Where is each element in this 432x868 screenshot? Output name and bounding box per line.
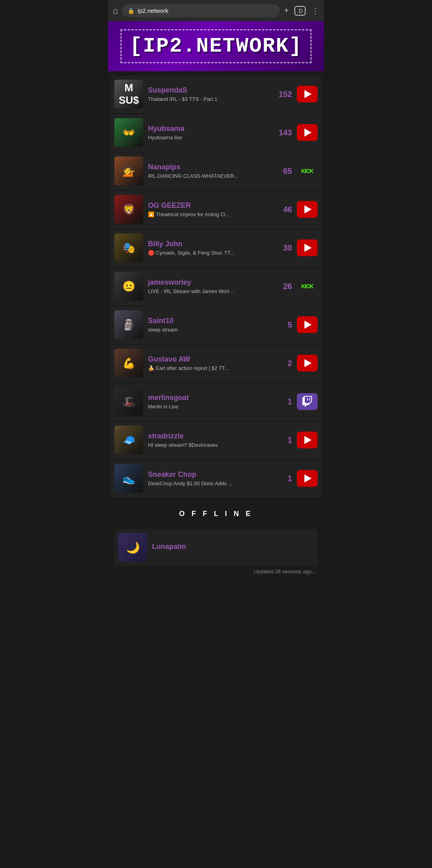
platform-badge-gustavo — [297, 355, 318, 372]
avatar-nanapips: 💁 — [114, 157, 143, 185]
avatar-lunapalm: 🌙 — [118, 533, 147, 562]
avatar-suspendas: M SU$ — [114, 80, 143, 108]
avatar-merlin: 🎩 — [114, 387, 143, 416]
browser-chrome: ⌂ 🔒 ip2.network + :D ⋮ — [108, 0, 324, 21]
platform-badge-jamesworley: KICK — [297, 278, 318, 295]
stream-title-jamesworley: LIVE : IRL Stream with James Worl... — [148, 288, 273, 294]
stream-title-merlin: Merlin is Live — [148, 404, 273, 410]
stream-name-suspendas: SuspendaS — [148, 86, 273, 94]
platform-badge-saint10 — [297, 316, 318, 333]
stream-viewers-jamesworley: 26 — [278, 282, 292, 291]
avatar-billyjohn: 🎭 — [114, 233, 143, 262]
stream-item-jamesworley[interactable]: 😐jamesworleyLIVE : IRL Stream with James… — [110, 268, 322, 305]
stream-info-sneaker: Sneaker ChopDeskChop Andy $1.00 Dono Add… — [148, 470, 273, 486]
stream-name-gustavo: Gustavo AW — [148, 355, 273, 364]
stream-name-sneaker: Sneaker Chop — [148, 470, 273, 479]
stream-viewers-saint10: 5 — [278, 320, 292, 330]
stream-title-billyjohn: 🔴 Cymatix, Sigils, & Feng Shui. TT... — [148, 250, 273, 256]
new-tab-button[interactable]: + — [284, 6, 289, 15]
offline-section: O F F L I N E — [108, 502, 324, 526]
platform-badge-xtradrizzle — [297, 432, 318, 448]
platform-badge-suspendas — [297, 86, 318, 102]
youtube-play-icon — [304, 321, 312, 329]
stream-viewers-oggeezer: 46 — [278, 205, 292, 214]
menu-button[interactable]: ⋮ — [311, 6, 319, 16]
offline-label: O F F L I N E — [179, 510, 253, 518]
stream-title-xtradrizzle: HI sleep stream? $Devinraves — [148, 442, 273, 448]
stream-viewers-suspendas: 152 — [278, 90, 292, 99]
avatar-sneaker: 👟 — [114, 464, 143, 493]
stream-info-jamesworley: jamesworleyLIVE : IRL Stream with James … — [148, 278, 273, 294]
stream-info-suspendas: SuspendaSThailand IRL - $3 TTS - Part 1 — [148, 86, 273, 102]
stream-item-gustavo[interactable]: 💪Gustavo AW🍌 Earl after action report | … — [110, 345, 322, 382]
platform-badge-hyubsama — [297, 124, 318, 141]
youtube-play-icon — [304, 244, 312, 252]
stream-info-nanapips: NanapipsIRL-DANCING CLASS-WHATAEVER... — [148, 163, 273, 179]
stream-info-billyjohn: Billy John🔴 Cymatix, Sigils, & Feng Shui… — [148, 240, 273, 256]
address-bar[interactable]: 🔒 ip2.network — [122, 4, 280, 17]
stream-title-gustavo: 🍌 Earl after action report | $2 TT... — [148, 365, 273, 371]
stream-item-merlin[interactable]: 🎩merlinsgoatMerlin is Live1 — [110, 383, 322, 420]
avatar-xtradrizzle: 🧢 — [114, 426, 143, 454]
avatar-gustavo: 💪 — [114, 349, 143, 378]
avatar-oggeezer: 🦁 — [114, 195, 143, 224]
stream-info-hyubsama: HyubsamaHyubsama live — [148, 125, 273, 141]
offline-stream-item[interactable]: 🌙 Lunapalm — [114, 529, 318, 566]
stream-title-sneaker: DeskChop Andy $1.00 Dono Adds ... — [148, 480, 273, 486]
stream-name-nanapips: Nanapips — [148, 163, 273, 171]
stream-info-merlin: merlinsgoatMerlin is Live — [148, 394, 273, 410]
stream-viewers-billyjohn: 30 — [278, 243, 292, 253]
browser-actions: + :D ⋮ — [284, 6, 319, 16]
avatar-jamesworley: 😐 — [114, 272, 143, 301]
stream-info-saint10: Saint10sleep stream — [148, 317, 273, 333]
stream-item-oggeezer[interactable]: 🦁OG GEEZER🔼 Theatrical Improv for Acting… — [110, 191, 322, 228]
avatar-saint10: 🗿 — [114, 310, 143, 339]
stream-item-saint10[interactable]: 🗿Saint10sleep stream5 — [110, 306, 322, 344]
stream-list: M SU$SuspendaSThailand IRL - $3 TTS - Pa… — [108, 71, 324, 502]
stream-info-gustavo: Gustavo AW🍌 Earl after action report | $… — [148, 355, 273, 371]
stream-name-xtradrizzle: xtradrizzle — [148, 432, 273, 440]
stream-name-merlin: merlinsgoat — [148, 394, 273, 402]
platform-badge-billyjohn — [297, 239, 318, 256]
stream-item-billyjohn[interactable]: 🎭Billy John🔴 Cymatix, Sigils, & Feng Shu… — [110, 229, 322, 267]
youtube-play-icon — [304, 359, 312, 367]
banner-title: [IP2.NETWORK] — [120, 29, 312, 63]
youtube-play-icon — [304, 129, 312, 137]
stream-info-lunapalm: Lunapalm — [152, 542, 314, 553]
platform-badge-oggeezer — [297, 201, 318, 218]
home-icon[interactable]: ⌂ — [113, 6, 118, 16]
emoji-button[interactable]: :D — [294, 6, 306, 16]
stream-name-lunapalm: Lunapalm — [152, 542, 314, 551]
youtube-play-icon — [304, 436, 312, 444]
stream-title-nanapips: IRL-DANCING CLASS-WHATAEVER... — [148, 173, 273, 179]
stream-name-jamesworley: jamesworley — [148, 278, 273, 287]
stream-item-nanapips[interactable]: 💁NanapipsIRL-DANCING CLASS-WHATAEVER...6… — [110, 153, 322, 190]
youtube-play-icon — [304, 90, 312, 98]
stream-name-billyjohn: Billy John — [148, 240, 273, 248]
stream-title-suspendas: Thailand IRL - $3 TTS - Part 1 — [148, 96, 273, 102]
address-text: ip2.network — [138, 7, 168, 14]
footer-bar: 🌙 Lunapalm Updated 26 seconds ago... — [108, 526, 324, 578]
stream-viewers-hyubsama: 143 — [278, 128, 292, 137]
platform-badge-merlin — [297, 393, 318, 410]
stream-title-hyubsama: Hyubsama live — [148, 135, 273, 141]
avatar-hyubsama: 👐 — [114, 118, 143, 147]
stream-item-suspendas[interactable]: M SU$SuspendaSThailand IRL - $3 TTS - Pa… — [110, 76, 322, 113]
stream-viewers-gustavo: 2 — [278, 359, 292, 368]
stream-info-oggeezer: OG GEEZER🔼 Theatrical Improv for Acting … — [148, 201, 273, 217]
stream-item-xtradrizzle[interactable]: 🧢xtradrizzleHI sleep stream? $Devinraves… — [110, 422, 322, 459]
stream-item-sneaker[interactable]: 👟Sneaker ChopDeskChop Andy $1.00 Dono Ad… — [110, 460, 322, 497]
stream-name-hyubsama: Hyubsama — [148, 125, 273, 133]
stream-viewers-sneaker: 1 — [278, 474, 292, 483]
stream-viewers-xtradrizzle: 1 — [278, 436, 292, 445]
stream-item-hyubsama[interactable]: 👐HyubsamaHyubsama live143 — [110, 114, 322, 151]
site-banner: [IP2.NETWORK] — [108, 21, 324, 71]
youtube-play-icon — [304, 474, 312, 482]
stream-name-saint10: Saint10 — [148, 317, 273, 325]
platform-badge-sneaker — [297, 470, 318, 487]
stream-title-saint10: sleep stream — [148, 327, 273, 333]
lock-icon: 🔒 — [128, 8, 134, 14]
youtube-play-icon — [304, 205, 312, 213]
updated-text: Updated 26 seconds ago... — [112, 567, 320, 576]
stream-info-xtradrizzle: xtradrizzleHI sleep stream? $Devinraves — [148, 432, 273, 448]
